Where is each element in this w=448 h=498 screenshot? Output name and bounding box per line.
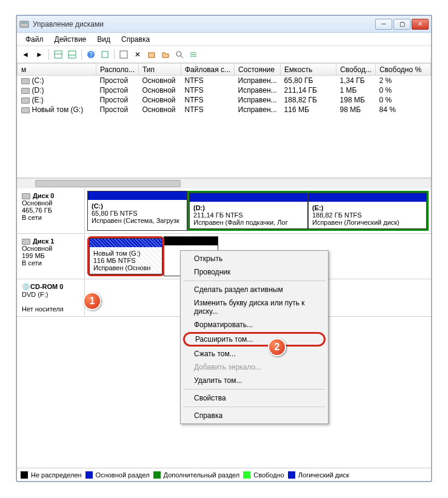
partition-d[interactable]: (D:) 211,14 ГБ NTFS Исправен (Файл подка… [189, 193, 308, 229]
ctx-make-active[interactable]: Сделать раздел активным [182, 283, 327, 296]
table-header-row[interactable]: м Располо... Тип Файловая с... Состояние… [18, 64, 431, 76]
ctx-add-mirror: Добавить зеркало... [182, 360, 327, 374]
table-row[interactable]: Новый том (G:)ПростойОсновнойNTFSИсправе… [18, 105, 431, 115]
ctx-delete-volume[interactable]: Удалить том... [182, 374, 327, 387]
maximize-button[interactable]: ▢ [393, 19, 410, 30]
svg-text:?: ? [89, 51, 93, 58]
app-icon [19, 19, 29, 29]
list-icon[interactable] [187, 48, 199, 61]
volume-list: м Располо... Тип Файловая с... Состояние… [17, 63, 431, 178]
svg-rect-10 [149, 53, 155, 58]
annotation-badge-1: 1 [83, 292, 101, 310]
back-icon[interactable]: ◄ [19, 48, 32, 61]
properties-icon[interactable] [145, 48, 158, 61]
view-bottom-icon[interactable] [66, 48, 78, 61]
disk-icon [22, 193, 30, 199]
legend: Не распределен Основной раздел Дополните… [17, 468, 431, 481]
settings-icon[interactable] [99, 48, 111, 61]
horizontal-scrollbar[interactable] [17, 178, 431, 188]
svg-rect-4 [69, 51, 76, 58]
window-title: Управление дисками [33, 20, 375, 28]
search-icon[interactable] [173, 48, 186, 61]
ctx-open[interactable]: Открыть [182, 252, 327, 265]
ctx-extend-volume[interactable]: Расширить том... [183, 332, 326, 347]
svg-rect-1 [21, 22, 27, 24]
menu-help[interactable]: Справка [116, 34, 155, 45]
delete-icon[interactable]: ✕ [132, 48, 144, 61]
disk-0-row: Диск 0 Основной 465,76 ГБ В сети (C:) 65… [17, 188, 431, 234]
menu-action[interactable]: Действие [50, 34, 92, 45]
menu-file[interactable]: Файл [21, 34, 48, 45]
ctx-properties[interactable]: Свойства [182, 391, 327, 405]
context-menu: Открыть Проводник Сделать раздел активны… [180, 250, 329, 424]
ctx-explorer[interactable]: Проводник [182, 265, 327, 279]
disk-icon [22, 239, 30, 245]
svg-line-12 [181, 56, 183, 58]
minimize-button[interactable]: ─ [375, 19, 392, 30]
ctx-format[interactable]: Форматировать... [182, 318, 327, 331]
svg-rect-9 [120, 51, 127, 58]
annotation-badge-2: 2 [268, 338, 286, 356]
table-row[interactable]: (C:)ПростойОсновнойNTFSИсправен...65,80 … [18, 76, 431, 86]
svg-rect-0 [20, 21, 28, 27]
help-icon[interactable]: ? [85, 48, 97, 61]
menu-view[interactable]: Вид [92, 34, 115, 45]
ctx-shrink-volume[interactable]: Сжать том... [182, 347, 327, 360]
menubar: Файл Действие Вид Справка [17, 33, 431, 46]
toolbar: ◄ ► ? ✕ [17, 46, 431, 63]
cdrom-icon: 💿 [22, 283, 30, 290]
svg-point-11 [176, 51, 181, 56]
close-button[interactable]: ✕ [412, 19, 429, 30]
open-icon[interactable] [159, 48, 172, 61]
table-row[interactable]: (D:)ПростойОсновнойNTFSИсправен...211,14… [18, 85, 431, 95]
view-top-icon[interactable] [52, 48, 64, 61]
partition-g-selected[interactable]: Новый том (G:) 116 МБ NTFS Исправен (Осн… [87, 236, 164, 276]
svg-rect-8 [102, 51, 108, 58]
partition-e[interactable]: (E:) 188,82 ГБ NTFS Исправен (Логический… [308, 193, 427, 229]
ctx-change-letter[interactable]: Изменить букву диска или путь к диску... [182, 296, 327, 318]
svg-rect-2 [55, 51, 62, 58]
forward-icon[interactable]: ► [33, 48, 45, 61]
partition-c[interactable]: (C:) 65,80 ГБ NTFS Исправен (Система, За… [87, 191, 187, 231]
titlebar[interactable]: Управление дисками ─ ▢ ✕ [17, 16, 431, 33]
scrollbar-thumb[interactable] [35, 180, 181, 187]
table-row[interactable]: (E:)ПростойОсновнойNTFSИсправен...188,82… [18, 95, 431, 105]
ctx-help[interactable]: Справка [182, 409, 327, 422]
refresh-icon[interactable] [118, 48, 130, 61]
